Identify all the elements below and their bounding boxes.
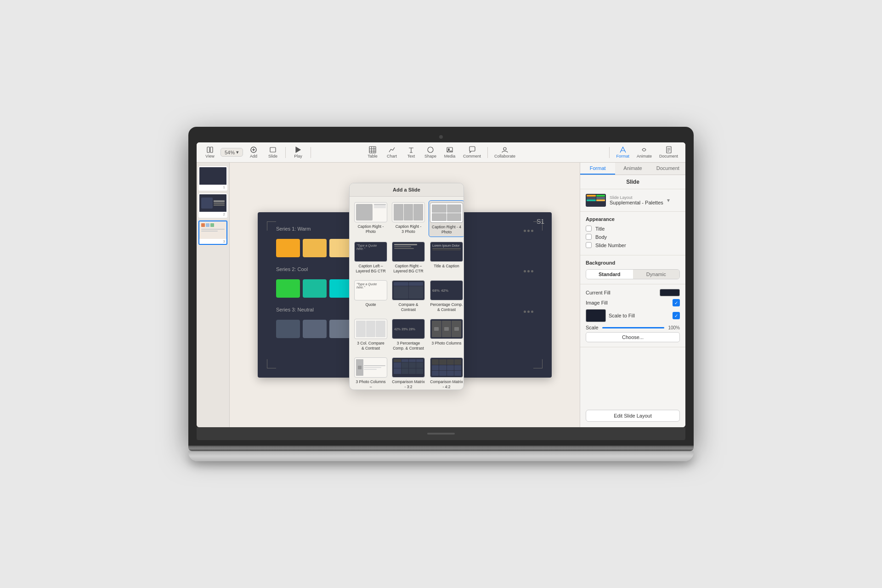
comment-button[interactable]: Comment <box>460 145 484 159</box>
bg-btn-dynamic[interactable]: Dynamic <box>633 270 680 279</box>
appearance-row-slide-number: Slide Number <box>586 242 680 248</box>
background-title: Background <box>586 260 680 266</box>
popup-item-3pct-compare[interactable]: 42% 35% 28% 3 PercentageComp. & Contrast <box>391 317 426 353</box>
svg-marker-6 <box>296 147 300 153</box>
popup-item-caption-photo[interactable]: Caption Right -Photo <box>353 200 388 237</box>
slide-layout-name: Supplemental - Palettes <box>610 200 663 205</box>
macbook-chassis: View 54% ▾ Add <box>188 127 694 461</box>
bottom-bezel <box>197 427 685 440</box>
corner-bracket-bl <box>267 359 276 368</box>
appearance-row-title: Title <box>586 226 680 232</box>
svg-point-15 <box>428 147 433 153</box>
checkbox-title[interactable] <box>586 226 592 232</box>
popup-thumb-3photo-col <box>430 319 463 339</box>
checkbox-slide-number[interactable] <box>586 242 592 248</box>
popup-thumb-3col-compare <box>354 319 387 339</box>
popup-item-caption-left[interactable]: "Type a Quote here." Caption Left –Layer… <box>353 240 388 276</box>
popup-item-compare[interactable]: Compare &Contrast <box>391 278 426 314</box>
toolbar-center: Table Chart Text <box>364 145 518 159</box>
popup-thumb-quote: "Type a Quote here." <box>354 280 387 300</box>
toolbar-divider-4 <box>609 147 610 158</box>
swatch-neutral-1 <box>276 320 300 338</box>
current-fill-swatch[interactable] <box>660 289 680 296</box>
play-button[interactable]: Play <box>289 145 307 159</box>
popup-item-3photo-tall[interactable]: 3 Photo Columns –Tall <box>353 356 388 390</box>
format-tab-button[interactable]: Format <box>613 145 632 159</box>
view-button[interactable]: View <box>201 145 219 159</box>
popup-thumb-matrix-3-2 <box>392 357 425 378</box>
tab-format[interactable]: Format <box>580 163 615 175</box>
popup-thumb-caption-photo <box>354 202 387 222</box>
layout-thumb <box>586 194 606 207</box>
add-button[interactable]: Add <box>245 145 262 159</box>
popup-item-pct-compare[interactable]: 68% 42% Percentage Comp.& Contrast <box>429 278 464 314</box>
checkbox-body[interactable] <box>586 234 592 240</box>
media-button[interactable]: Media <box>441 145 458 159</box>
scale-track[interactable] <box>602 327 665 328</box>
hinge <box>188 446 694 451</box>
shape-button[interactable]: Shape <box>422 145 439 159</box>
popup-item-3col-compare[interactable]: 3 Col. Compare& Contrast <box>353 317 388 353</box>
popup-label-caption-right-layered: Caption Right –Layered BG CTR <box>393 264 423 274</box>
right-panel: Format Animate Document Slide <box>580 163 685 427</box>
current-fill-label: Current Fill <box>586 290 611 295</box>
tab-animate[interactable]: Animate <box>615 163 650 175</box>
popup-thumb-caption-right-layered <box>392 242 425 262</box>
slide-thumb-1[interactable]: 1 <box>198 166 227 191</box>
camera-notch <box>439 135 443 139</box>
svg-point-18 <box>503 147 506 150</box>
layout-chevron-icon[interactable]: ▾ <box>667 197 670 204</box>
popup-title: Add a Slide <box>350 183 464 197</box>
popup-thumb-matrix-4-2 <box>430 357 463 378</box>
collaborate-button[interactable]: Collaborate <box>492 145 518 159</box>
popup-thumb-caption-3photo <box>392 202 425 222</box>
image-fill-label: Image Fill <box>586 300 608 305</box>
svg-rect-5 <box>270 147 276 152</box>
popup-thumb-pct-compare: 68% 42% <box>430 280 463 300</box>
popup-thumb-3photo-tall <box>354 357 387 378</box>
background-section: Background Standard Dynamic <box>580 255 685 284</box>
popup-item-matrix-4-2[interactable]: Comparison Matrix- 4:2 <box>429 356 464 390</box>
slide-thumb-2[interactable]: 2 <box>198 193 227 218</box>
popup-item-matrix-3-2[interactable]: Comparison Matrix- 3:2 <box>391 356 426 390</box>
appearance-label-slide-number: Slide Number <box>595 243 626 248</box>
svg-rect-1 <box>210 147 213 153</box>
zoom-selector[interactable]: 54% ▾ <box>220 148 243 157</box>
slide-thumb-3[interactable]: 3 <box>198 220 227 245</box>
popup-item-quote[interactable]: "Type a Quote here." Quote <box>353 278 388 314</box>
popup-item-caption-right-layered[interactable]: Caption Right –Layered BG CTR <box>391 240 426 276</box>
popup-item-caption-4photo[interactable]: Caption Right - 4 Photo <box>429 200 464 237</box>
text-button[interactable]: Text <box>402 145 420 159</box>
appearance-title: Appearance <box>586 216 680 222</box>
popup-item-3photo-col[interactable]: 3 Photo Columns <box>429 317 464 353</box>
popup-thumb-caption-left: "Type a Quote here." <box>354 242 387 262</box>
popup-label-caption-3photo: Caption Right -3 Photo <box>396 224 422 234</box>
tab-document[interactable]: Document <box>650 163 685 175</box>
bg-btn-standard[interactable]: Standard <box>586 270 633 279</box>
slide-layout-row[interactable]: Slide Layout Supplemental - Palettes ▾ <box>586 194 680 207</box>
toolbar-left: View 54% ▾ Add <box>201 145 361 159</box>
background-buttons: Standard Dynamic <box>586 269 680 279</box>
popup-item-caption-3photo[interactable]: Caption Right -3 Photo <box>391 200 426 237</box>
table-button[interactable]: Table <box>364 145 381 159</box>
svg-point-17 <box>448 149 450 150</box>
edit-layout-button[interactable]: Edit Slide Layout <box>586 410 680 422</box>
slide-button[interactable]: Slide <box>264 145 282 159</box>
slide-list: 1 2 <box>197 163 230 427</box>
document-tab-button[interactable]: Document <box>656 145 681 159</box>
scale-fill <box>602 327 665 328</box>
add-slide-popup: Add a Slide <box>349 183 464 390</box>
app-toolbar: View 54% ▾ Add <box>197 142 685 163</box>
chart-button[interactable]: Chart <box>383 145 401 159</box>
slide-layout-label: Slide Layout <box>610 195 663 200</box>
toolbar-divider-2 <box>311 147 311 158</box>
scale-value: 100% <box>668 325 680 330</box>
popup-item-title-caption[interactable]: Lorem Ipsum Dolor Title & Caption <box>429 240 464 276</box>
image-fill-checkbox[interactable]: ✓ <box>673 299 680 306</box>
popup-label-title-caption: Title & Caption <box>434 264 459 269</box>
scale-to-fill-checkbox[interactable]: ✓ <box>673 312 680 319</box>
corner-bracket-br <box>533 359 543 368</box>
slide-label: S1 <box>537 218 544 225</box>
choose-button[interactable]: Choose... <box>586 332 680 342</box>
animate-tab-button[interactable]: Animate <box>634 145 655 159</box>
